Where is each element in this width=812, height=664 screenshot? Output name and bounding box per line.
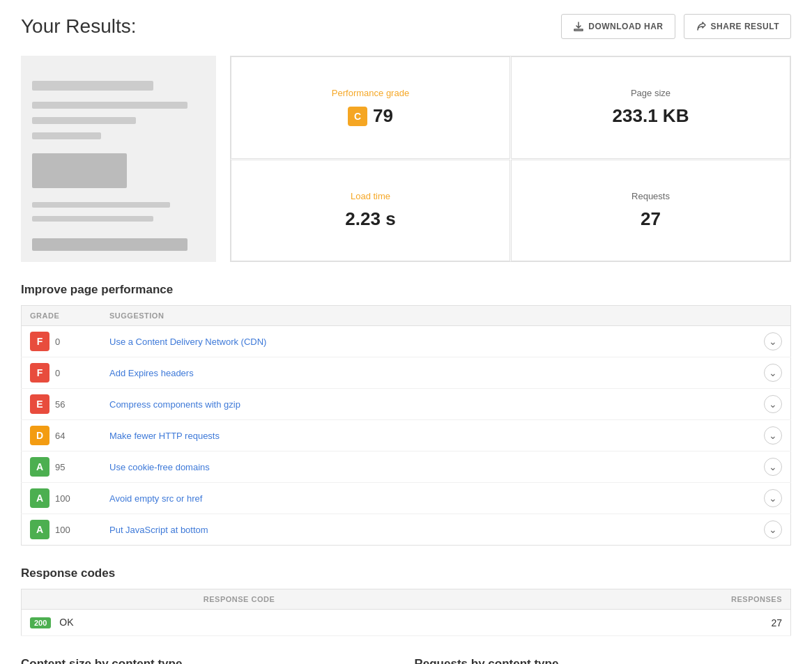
content-size-section: Content size by content type CONTENT TYP… bbox=[21, 657, 398, 664]
grade-score: 0 bbox=[55, 368, 60, 378]
response-count: 27 bbox=[457, 610, 790, 636]
suggestion-text: Use a Content Delivery Network (CDN) bbox=[109, 337, 266, 347]
header-actions: DOWNLOAD HAR SHARE RESULT bbox=[561, 14, 791, 39]
performance-grade-value: C 79 bbox=[348, 105, 393, 127]
page-size-card: Page size 233.1 KB bbox=[511, 56, 790, 159]
grade-badge: A bbox=[30, 488, 49, 508]
suggestion-text: Add Expires headers bbox=[109, 368, 194, 378]
requests-card: Requests 27 bbox=[511, 160, 790, 262]
requests-by-type-section: Requests by content type CONTENT TYPE PE… bbox=[415, 657, 792, 664]
requests-value: 27 bbox=[641, 208, 661, 230]
response-codes-title: Response codes bbox=[21, 566, 791, 580]
expand-button[interactable]: ⌄ bbox=[764, 395, 782, 413]
metrics-grid: Performance grade C 79 Page size 233.1 K… bbox=[230, 56, 791, 262]
expand-button[interactable]: ⌄ bbox=[764, 332, 782, 350]
grade-score: 64 bbox=[55, 431, 65, 441]
suggestions-suggestion-header: SUGGESTION bbox=[101, 306, 791, 326]
grade-badge: F bbox=[30, 332, 49, 351]
page-size-label: Page size bbox=[631, 88, 671, 98]
requests-label: Requests bbox=[631, 191, 670, 201]
load-time-value: 2.23 s bbox=[345, 208, 395, 230]
performance-grade-card: Performance grade C 79 bbox=[231, 56, 510, 159]
suggestion-text: Use cookie-free domains bbox=[109, 462, 210, 472]
summary-section: Performance grade C 79 Page size 233.1 K… bbox=[21, 56, 791, 262]
response-code-badge: 200 bbox=[30, 617, 51, 628]
suggestion-text: Make fewer HTTP requests bbox=[109, 431, 220, 441]
grade-score: 100 bbox=[55, 493, 70, 504]
suggestions-grade-header: GRADE bbox=[22, 306, 102, 326]
suggestion-text: Avoid empty src or href bbox=[109, 493, 202, 504]
grade-badge-c: C bbox=[348, 107, 367, 126]
grade-badge: D bbox=[30, 426, 49, 445]
share-result-button[interactable]: SHARE RESULT bbox=[684, 14, 791, 39]
suggestion-row[interactable]: A 100 Avoid empty src or href ⌄ bbox=[22, 483, 791, 514]
response-codes-section: Response codes RESPONSE CODE RESPONSES 2… bbox=[21, 566, 791, 636]
grade-badge: F bbox=[30, 363, 49, 383]
grade-score: 0 bbox=[55, 337, 60, 347]
improve-section-title: Improve page performance bbox=[21, 283, 791, 297]
download-icon bbox=[573, 21, 584, 32]
grade-badge: A bbox=[30, 457, 49, 477]
suggestion-text: Compress components with gzip bbox=[109, 399, 240, 410]
grade-score: 95 bbox=[55, 462, 65, 472]
response-code-header: RESPONSE CODE bbox=[22, 589, 457, 610]
content-size-title: Content size by content type bbox=[21, 657, 398, 664]
grade-badge: E bbox=[30, 394, 49, 414]
screenshot-preview bbox=[21, 56, 216, 262]
download-har-button[interactable]: DOWNLOAD HAR bbox=[561, 14, 675, 39]
page-header: Your Results: DOWNLOAD HAR SHARE RESULT bbox=[21, 14, 791, 39]
suggestion-row[interactable]: F 0 Use a Content Delivery Network (CDN)… bbox=[22, 326, 791, 357]
grade-score: 100 bbox=[55, 525, 70, 535]
expand-button[interactable]: ⌄ bbox=[764, 489, 782, 507]
expand-button[interactable]: ⌄ bbox=[764, 364, 782, 382]
load-time-label: Load time bbox=[351, 191, 390, 201]
response-codes-table: RESPONSE CODE RESPONSES 200 OK 27 bbox=[21, 589, 791, 636]
load-time-card: Load time 2.23 s bbox=[231, 160, 510, 262]
suggestion-row[interactable]: A 100 Put JavaScript at bottom ⌄ bbox=[22, 514, 791, 546]
page-title: Your Results: bbox=[21, 15, 137, 38]
suggestion-row[interactable]: A 95 Use cookie-free domains ⌄ bbox=[22, 451, 791, 483]
suggestion-text: Put JavaScript at bottom bbox=[109, 525, 208, 535]
requests-by-type-title: Requests by content type bbox=[415, 657, 792, 664]
page-size-value: 233.1 KB bbox=[613, 105, 689, 127]
expand-button[interactable]: ⌄ bbox=[764, 426, 782, 445]
expand-button[interactable]: ⌄ bbox=[764, 520, 782, 539]
grade-badge: A bbox=[30, 520, 49, 539]
performance-grade-label: Performance grade bbox=[332, 88, 409, 98]
improve-performance-section: Improve page performance GRADE SUGGESTIO… bbox=[21, 283, 791, 546]
response-code-row: 200 OK 27 bbox=[22, 610, 791, 636]
suggestion-row[interactable]: D 64 Make fewer HTTP requests ⌄ bbox=[22, 420, 791, 451]
suggestions-table: GRADE SUGGESTION F 0 Use a Content Deliv… bbox=[21, 305, 791, 546]
expand-button[interactable]: ⌄ bbox=[764, 458, 782, 476]
content-sections: Content size by content type CONTENT TYP… bbox=[21, 657, 791, 664]
responses-header: RESPONSES bbox=[457, 589, 790, 610]
suggestion-row[interactable]: F 0 Add Expires headers ⌄ bbox=[22, 357, 791, 389]
suggestion-row[interactable]: E 56 Compress components with gzip ⌄ bbox=[22, 389, 791, 420]
grade-score: 56 bbox=[55, 399, 65, 410]
response-label: OK bbox=[59, 617, 73, 628]
share-icon bbox=[696, 21, 707, 32]
